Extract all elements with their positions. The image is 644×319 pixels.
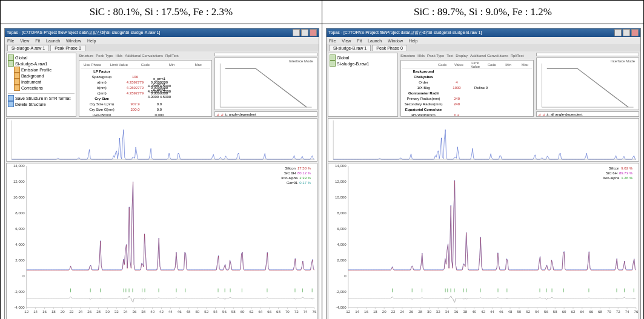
close-button[interactable] [310, 29, 317, 36]
tree-item[interactable]: Emission Profile [8, 67, 75, 73]
param-value[interactable]: 0.2 [445, 113, 469, 117]
param-row[interactable]: b(nm)4.3592779c_prm1 0.0000000 4.3000 4.… [81, 85, 210, 90]
menu-item-fit[interactable]: Fit [35, 39, 40, 43]
param-row[interactable]: Order4 [402, 79, 532, 85]
menu-item-window[interactable]: Window [388, 39, 403, 43]
document-tab-0[interactable]: Si-sludge-B.raw 1 [329, 45, 371, 51]
tree-item[interactable]: Si-sludge-B.raw1 [330, 61, 396, 67]
svg-text:76: 76 [312, 309, 316, 314]
tree-item[interactable]: Instrument [8, 79, 75, 85]
param-tab[interactable]: Additional Convolutions [470, 54, 508, 58]
svg-text:22: 22 [391, 309, 396, 314]
maximize-button[interactable] [301, 29, 308, 36]
menu-item-file[interactable]: File [329, 39, 336, 43]
param-tab[interactable]: Rpl/Text [511, 54, 524, 58]
param-row[interactable]: Background [402, 68, 532, 74]
overview-chart[interactable] [6, 118, 317, 162]
minimize-button[interactable] [614, 29, 622, 36]
menu-item-file[interactable]: File [7, 39, 14, 43]
tree-item-label: Si-sludge-B.raw1 [337, 62, 369, 66]
param-row[interactable]: Cry Size [81, 96, 210, 101]
param-tab[interactable]: Additional Convolutions [125, 54, 163, 58]
legend-row: Corr010.17 % [281, 180, 311, 185]
titlebar[interactable]: Topas - [C:\TOPAS-Project file\Project d… [5, 28, 319, 37]
tree-item[interactable]: Global [330, 54, 396, 61]
tree-item[interactable]: Background [8, 73, 75, 79]
param-row[interactable]: Primary Radius(mm)240 [402, 96, 532, 101]
menu-item-launch[interactable]: Launch [368, 39, 382, 43]
document-tab-0[interactable]: Si-sludge-A.raw 1 [7, 45, 49, 51]
menu-item-window[interactable]: Window [66, 39, 81, 43]
app-window-b: Topas - [C:\TOPAS-Project file\Project d… [326, 28, 641, 319]
tree-item[interactable]: Si-sludge-A.raw1 [8, 61, 75, 67]
param-value[interactable]: 240 [445, 97, 469, 100]
project-tree[interactable]: GlobalSi-sludge-B.raw1 [328, 53, 398, 117]
interface-mode-panel[interactable]: Interface Mode [536, 58, 639, 110]
param-value[interactable]: 1000 [445, 86, 469, 90]
param-value[interactable]: 4 [445, 81, 469, 84]
param-row[interactable]: c(nm)4.3592779c_prm1 0.0000000 4.3000 4.… [81, 90, 210, 96]
top-panels: GlobalSi-sludge-A.raw1Emission ProfileBa… [5, 51, 319, 118]
minimize-button[interactable] [293, 29, 300, 36]
param-tab[interactable]: Structure [79, 54, 93, 58]
param-row[interactable]: LVol-IB(nm)0.000 [81, 112, 210, 117]
titlebar[interactable]: Topas - [C:\TOPAS-Project file\Project d… [327, 28, 640, 37]
tree-item-label: Si-sludge-A.raw1 [15, 62, 47, 66]
param-row[interactable]: Equatorial Convolute [402, 107, 532, 112]
param-row[interactable]: Chebyshev [402, 74, 532, 79]
param-value[interactable]: 240 [445, 102, 469, 106]
project-tree[interactable]: GlobalSi-sludge-A.raw1Emission ProfileBa… [6, 53, 76, 117]
param-row[interactable]: RS Width(mm)0.2 [402, 112, 532, 117]
maximize-button[interactable] [623, 29, 630, 36]
svg-text:10,000: 10,000 [335, 195, 347, 199]
document-tab-1[interactable]: Peak Phase 0 [372, 45, 407, 51]
param-value[interactable]: 200.0 [123, 108, 147, 111]
menu-item-launch[interactable]: Launch [46, 39, 60, 43]
param-row[interactable]: Secondary Radius(mm)240 [402, 101, 532, 107]
svg-text:34: 34 [124, 309, 128, 314]
param-row[interactable]: 1/X Bkg1000Refine 0 [402, 85, 532, 90]
close-button[interactable] [631, 29, 639, 36]
menu-item-fit[interactable]: Fit [357, 39, 362, 43]
overview-chart[interactable] [328, 118, 639, 162]
svg-text:26: 26 [409, 309, 413, 314]
param-row[interactable]: Goniometer Radii [402, 90, 532, 96]
tree-item[interactable]: Corrections [8, 85, 75, 91]
param-tab[interactable]: Display [456, 54, 468, 58]
param-value[interactable]: 907.9 [123, 102, 147, 106]
param-value[interactable]: 4.3592779 [123, 91, 147, 95]
main-chart[interactable]: 14,00012,00010,0008,0006,0004,0002,0000-… [6, 163, 317, 319]
param-tab[interactable]: Hkls [116, 54, 123, 58]
menu-item-help[interactable]: Help [87, 39, 96, 43]
menu-item-view[interactable]: View [20, 39, 29, 43]
document-tab-1[interactable]: Peak Phase 0 [50, 45, 85, 51]
svg-text:28: 28 [96, 309, 101, 314]
svg-text:30: 30 [105, 309, 110, 314]
main-chart[interactable]: 14,00012,00010,0008,0006,0004,0002,0000-… [328, 163, 639, 319]
param-value[interactable]: 106 [123, 75, 147, 79]
param-row[interactable]: Cry Size L(nm)907.90.0 [81, 101, 210, 107]
param-tab[interactable]: Hkls [417, 54, 425, 58]
param-row[interactable]: Spacegroup106 [81, 74, 210, 79]
interface-mode-panel[interactable]: Interface Mode [214, 58, 317, 110]
param-row[interactable]: Cry Size G(nm)200.00.0 [81, 107, 210, 112]
svg-text:40: 40 [472, 309, 476, 314]
tree-icon [14, 67, 20, 73]
param-tab[interactable]: Rpl/Text [165, 54, 179, 58]
param-row[interactable]: a(nm)4.3592779c_prm1 0.0000000 4.3000 4.… [81, 79, 210, 85]
legend-row: Silicon17.50 % [281, 166, 311, 171]
menu-item-help[interactable]: Help [409, 39, 417, 43]
svg-text:72: 72 [294, 309, 299, 314]
menu-item-view[interactable]: View [342, 39, 351, 43]
param-table[interactable]: CodeValueLimit ValueCodeMinMaxBackground… [400, 60, 534, 117]
param-tab[interactable]: Text [446, 54, 453, 58]
param-row[interactable]: LP Factor [81, 68, 210, 74]
param-tab[interactable]: Peak Type [427, 54, 444, 58]
param-table[interactable]: Use PhaseLimit ValueCodeMinMaxLP FactorS… [79, 60, 212, 117]
param-tab[interactable]: Peak Type [96, 54, 113, 58]
param-value[interactable]: 4.3592779 [123, 86, 147, 90]
param-tab[interactable]: Structure [400, 54, 415, 58]
side-legend: ⊿⊿±: angle-dependent [214, 111, 317, 117]
param-value[interactable]: 4.3592779 [123, 81, 147, 84]
tree-item[interactable]: Global [8, 54, 75, 61]
